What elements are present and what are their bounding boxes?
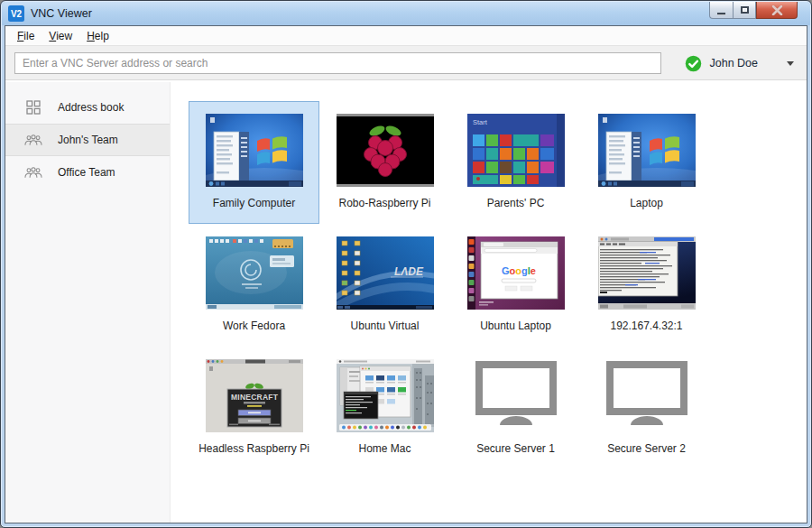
content-area: Address bookJohn's TeamOffice Team Famil…: [5, 82, 807, 523]
connection-tile[interactable]: 192.167.4.32:1: [581, 224, 712, 347]
connection-tile[interactable]: Robo-Raspberry Pi: [319, 101, 450, 224]
search-bar-row: John Doe: [5, 46, 807, 80]
lxde-desktop-thumbnail: LΛDE: [337, 236, 434, 310]
sidebar-item-label: Office Team: [58, 166, 115, 179]
window-body: FileViewHelp John Doe Address bookJohn's…: [5, 25, 807, 523]
connection-label: Robo-Raspberry Pi: [338, 197, 430, 209]
connection-label: Secure Server 2: [607, 442, 686, 455]
raspberry-pi-logo-thumbnail: [337, 114, 434, 187]
sidebar-item-label: John's Team: [58, 134, 118, 146]
connection-tile[interactable]: LΛDEUbuntu Virtual: [319, 224, 450, 347]
connection-tile[interactable]: StartParents' PC: [450, 101, 581, 224]
sidebar-item-label: Address book: [58, 101, 124, 114]
menu-view[interactable]: View: [42, 27, 79, 45]
connection-tile[interactable]: Secure Server 2: [581, 347, 712, 469]
svg-text:LΛDE: LΛDE: [394, 265, 424, 278]
connection-tile[interactable]: Secure Server 1: [450, 347, 581, 469]
sidebar-item-john-s-team[interactable]: John's Team: [5, 124, 170, 156]
menu-file[interactable]: File: [10, 27, 42, 45]
generic-monitor-icon: [598, 359, 696, 432]
connection-label: Ubuntu Laptop: [480, 320, 551, 332]
minimize-button[interactable]: [709, 2, 733, 19]
close-button[interactable]: [756, 2, 798, 19]
vnc-logo-icon: V2: [8, 5, 24, 22]
close-icon: [771, 5, 783, 15]
green-check-icon: [685, 55, 702, 72]
chevron-down-icon: [787, 61, 794, 66]
windows7-desktop-thumbnail: [598, 114, 696, 187]
svg-text:V2: V2: [11, 9, 23, 19]
connections-grid: Family ComputerRobo-Raspberry PiStartPar…: [189, 101, 712, 469]
menu-bar: FileViewHelp: [5, 26, 807, 46]
maximize-button[interactable]: [733, 2, 756, 19]
window-controls: [709, 2, 798, 19]
minimize-icon: [717, 13, 725, 15]
windows7-desktop-thumbnail: [206, 114, 303, 187]
terminal-desktop-thumbnail: [598, 236, 696, 310]
connection-label: Work Fedora: [223, 320, 285, 332]
team-icon: [24, 133, 42, 147]
sidebar-item-address-book[interactable]: Address book: [5, 91, 170, 124]
svg-text:Start: Start: [473, 118, 488, 126]
connection-label: 192.167.4.32:1: [610, 320, 682, 332]
title-bar[interactable]: V2 VNC Viewer: [2, 2, 810, 25]
connection-tile[interactable]: GoogleUbuntu Laptop: [450, 224, 581, 347]
generic-monitor-icon: [467, 359, 565, 432]
connection-tile[interactable]: Laptop: [581, 101, 712, 224]
window-title: VNC Viewer: [31, 7, 92, 20]
connection-tile[interactable]: Work Fedora: [189, 224, 319, 347]
connections-panel: Family ComputerRobo-Raspberry PiStartPar…: [171, 82, 807, 523]
connection-label: Headless Raspberry Pi: [198, 442, 309, 455]
connection-label: Secure Server 1: [476, 442, 555, 455]
maximize-icon: [741, 6, 749, 14]
sidebar-item-office-team[interactable]: Office Team: [5, 156, 170, 189]
account-menu[interactable]: John Doe: [685, 46, 794, 80]
windows8-start-screen-thumbnail: Start: [467, 114, 565, 187]
menu-help[interactable]: Help: [79, 27, 116, 45]
connection-label: Laptop: [630, 197, 663, 209]
connection-label: Family Computer: [213, 197, 295, 209]
connection-tile[interactable]: Family Computer: [189, 101, 319, 224]
connection-label: Home Mac: [358, 442, 411, 455]
connection-label: Ubuntu Virtual: [351, 320, 420, 332]
svg-text:MINECRAFT: MINECRAFT: [231, 393, 279, 402]
fedora-desktop-thumbnail: [206, 236, 303, 310]
connection-label: Parents' PC: [487, 197, 545, 209]
connection-tile[interactable]: MINECRAFTHeadless Raspberry Pi: [189, 347, 319, 469]
account-name: John Doe: [709, 57, 758, 69]
connection-tile[interactable]: Home Mac: [319, 347, 450, 469]
address-book-icon: [24, 100, 42, 115]
vnc-viewer-window: V2 VNC Viewer FileViewHelp John Doe Addr…: [0, 0, 812, 528]
search-input[interactable]: [14, 52, 661, 74]
sidebar: Address bookJohn's TeamOffice Team: [5, 82, 171, 523]
ubuntu-browser-thumbnail: Google: [467, 236, 565, 310]
team-icon: [24, 165, 42, 180]
minecraft-desktop-thumbnail: MINECRAFT: [206, 359, 303, 432]
svg-text:Google: Google: [502, 265, 536, 276]
mac-desktop-thumbnail: [337, 359, 434, 432]
